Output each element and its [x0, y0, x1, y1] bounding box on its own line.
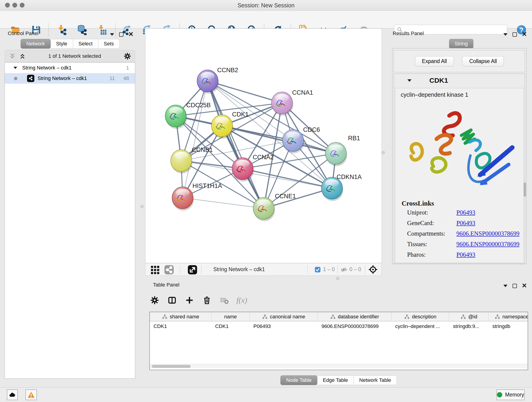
table-settings-button[interactable]	[149, 295, 160, 306]
tab-network-table[interactable]: Network Table	[354, 375, 397, 385]
crosslink-row: Pharos:P06493	[402, 249, 521, 260]
expand-all-button[interactable]: Expand All	[415, 56, 454, 66]
bottom-splitter-handle[interactable]	[336, 277, 339, 280]
protein-card-header[interactable]: CDK1	[394, 74, 525, 87]
view-grid-button[interactable]	[150, 264, 160, 275]
network-edge[interactable]	[208, 81, 282, 103]
function-builder-button[interactable]: f(x)	[236, 295, 247, 306]
column-header-canonical-name[interactable]: canonical name	[250, 312, 318, 321]
string-view-button[interactable]	[164, 264, 174, 275]
gear-icon[interactable]	[123, 52, 131, 60]
results-panel-float-icon[interactable]	[513, 32, 517, 37]
control-panel-close-icon[interactable]	[128, 32, 133, 37]
network-node-CDC6[interactable]	[283, 129, 304, 153]
table-panel-menu-icon[interactable]	[503, 285, 507, 287]
show-columns-button[interactable]	[167, 295, 177, 306]
add-column-button[interactable]	[184, 295, 195, 306]
network-node-CDK1[interactable]	[211, 115, 233, 139]
import-network-database-button[interactable]	[77, 25, 87, 35]
table-cell[interactable]: 9606.ENSP00000378699	[318, 321, 392, 332]
column-header-namespace[interactable]: namespace	[489, 312, 528, 321]
tab-sets[interactable]: Sets	[98, 39, 120, 49]
crosslink-link[interactable]: 9606.ENSP00000378699	[456, 230, 519, 237]
tab-network[interactable]: Network	[21, 39, 51, 49]
network-node-CCNB2[interactable]	[197, 70, 219, 94]
crosslink-row: Tissues:9606.ENSP00000378699	[402, 239, 521, 249]
memory-button[interactable]: Memory	[496, 389, 525, 400]
selected-checkbox-icon[interactable]	[314, 266, 321, 273]
network-node-HIST1H1A[interactable]	[172, 187, 194, 211]
expand-all-icon[interactable]	[19, 53, 26, 60]
toolbar-divider	[337, 265, 338, 274]
tab-select[interactable]: Select	[73, 39, 98, 49]
collapse-card-icon[interactable]	[407, 79, 412, 82]
column-header-description[interactable]: description	[392, 312, 449, 321]
network-node-RB1[interactable]	[325, 142, 347, 166]
tab-style[interactable]: Style	[51, 39, 73, 49]
cloud-icon	[9, 391, 16, 399]
column-header-database-identifier[interactable]: database identifier	[318, 312, 392, 321]
network-node-CCNB1[interactable]	[171, 150, 192, 173]
import-network-file-button[interactable]	[57, 25, 67, 35]
table-cell[interactable]: stringdb:9...	[449, 321, 489, 332]
network-canvas[interactable]: CCNB2CCNA1CDC25BCDK1CDC6RB1CCNB1CCNA2CDK…	[145, 28, 382, 263]
collapse-all-icon[interactable]	[9, 53, 16, 60]
crosslink-link[interactable]: P06493	[456, 220, 475, 226]
network-edge[interactable]	[183, 81, 208, 198]
table-cell[interactable]: CDK1	[150, 321, 211, 332]
tree-collapse-icon[interactable]	[13, 67, 17, 69]
right-splitter-handle[interactable]	[382, 151, 385, 154]
crosslink-label: Tissues:	[407, 241, 456, 248]
crosslink-link[interactable]: P06493	[456, 251, 475, 258]
column-header-name[interactable]: name	[211, 312, 250, 321]
table-cell[interactable]: cyclin–dependent ...	[392, 321, 449, 332]
delete-column-button[interactable]	[202, 295, 212, 306]
column-header-id[interactable]: @id	[449, 312, 489, 321]
control-panel-float-icon[interactable]	[119, 32, 123, 37]
toolbar-divider	[48, 23, 49, 36]
crosslink-link[interactable]: 9606.ENSP00000378699	[456, 241, 519, 248]
results-panel-close-icon[interactable]	[522, 32, 527, 37]
results-panel-menu-icon[interactable]	[503, 33, 507, 36]
crosshair-icon[interactable]	[368, 265, 378, 274]
cloud-status-button[interactable]	[7, 389, 18, 400]
warnings-button[interactable]	[25, 389, 37, 400]
hidden-eye-slash-icon[interactable]	[341, 266, 348, 273]
network-tree-child-row[interactable]: String Network – cdk1 11 48	[5, 73, 135, 84]
status-bar: Memory	[0, 387, 532, 402]
left-splitter-handle[interactable]	[140, 205, 144, 208]
table-cell[interactable]: CDK1	[211, 321, 250, 332]
network-name-label: String Network – cdk1	[38, 75, 87, 81]
table-cell[interactable]: P06493	[250, 321, 318, 332]
collapse-all-button[interactable]: Collapse All	[462, 56, 504, 66]
current-view-dot-icon	[14, 77, 17, 80]
delete-table-button[interactable]	[219, 295, 230, 306]
table-cell[interactable]: stringdb	[489, 321, 528, 332]
network-node-CCNE1[interactable]	[253, 197, 275, 221]
tab-string[interactable]: String	[449, 39, 473, 49]
network-node-CCNA1[interactable]	[272, 92, 293, 116]
network-tree-root-row[interactable]: String Network – cdk1 1	[5, 63, 135, 73]
table-panel-close-icon[interactable]	[522, 283, 527, 289]
network-edge[interactable]	[183, 198, 264, 208]
network-list-header: 1 of 1 Network selected	[5, 50, 135, 62]
tab-edge-table[interactable]: Edge Table	[317, 375, 354, 385]
network-node-CDKN1A[interactable]	[322, 177, 343, 201]
tab-node-table[interactable]: Node Table	[280, 375, 317, 385]
table-hscrollbar[interactable]	[150, 364, 528, 368]
string-network-graph: CCNB2CCNA1CDC25BCDK1CDC6RB1CCNB1CCNA2CDK…	[146, 29, 381, 263]
table-row[interactable]: CDK1CDK1P064939606.ENSP00000378699cyclin…	[150, 321, 528, 332]
table-hscrollbar-thumb[interactable]	[152, 365, 191, 368]
import-table-button[interactable]	[97, 25, 108, 35]
tree-hierarchy-icon	[495, 314, 500, 319]
node-label-CDC25B: CDC25B	[186, 102, 211, 109]
column-header-shared-name[interactable]: shared name	[150, 312, 211, 321]
control-panel-menu-icon[interactable]	[110, 33, 114, 36]
table-panel-float-icon[interactable]	[513, 284, 517, 288]
open-in-new-window-button[interactable]	[187, 264, 198, 275]
node-label-RB1: RB1	[348, 135, 360, 142]
network-node-CDC25B[interactable]	[165, 105, 187, 129]
crosslink-link[interactable]: P06493	[456, 209, 475, 216]
results-scrollbar-thumb[interactable]	[524, 182, 526, 197]
table-panel-tabs: Node TableEdge TableNetwork Table	[145, 375, 532, 385]
